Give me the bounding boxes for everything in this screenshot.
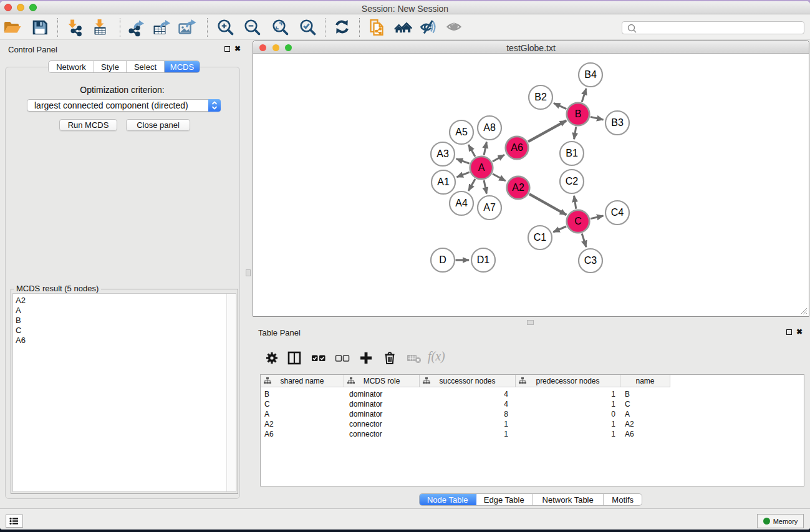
svg-text:B2: B2 [534, 92, 547, 102]
svg-text:A3: A3 [436, 148, 449, 159]
svg-text:A5: A5 [455, 127, 468, 137]
svg-text:A: A [478, 162, 485, 173]
svg-text:C1: C1 [534, 232, 547, 243]
svg-text:A2: A2 [512, 182, 524, 193]
svg-text:C2: C2 [566, 176, 579, 186]
svg-text:C3: C3 [584, 255, 597, 266]
svg-text:A4: A4 [455, 198, 468, 208]
svg-text:C: C [574, 216, 582, 226]
svg-text:B1: B1 [566, 148, 578, 158]
svg-text:A6: A6 [511, 142, 523, 153]
svg-text:A7: A7 [483, 202, 496, 213]
svg-text:D1: D1 [477, 254, 490, 265]
svg-text:C4: C4 [611, 207, 624, 218]
svg-text:B3: B3 [611, 117, 624, 128]
svg-text:B: B [575, 109, 582, 119]
svg-text:B4: B4 [584, 69, 597, 80]
svg-text:A1: A1 [437, 177, 450, 187]
svg-text:A8: A8 [483, 122, 496, 133]
svg-text:D: D [439, 254, 446, 265]
